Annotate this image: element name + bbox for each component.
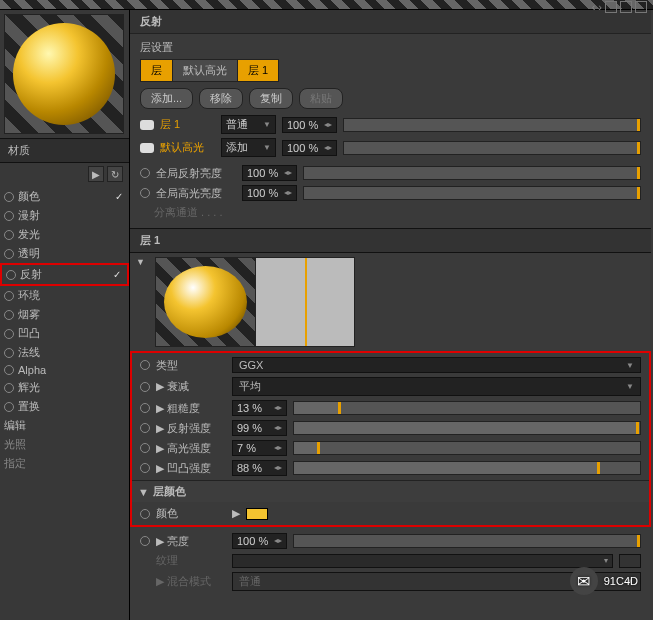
attr-row-置换[interactable]: 置换 [0, 397, 129, 416]
bumpstr-spinner[interactable]: 88 %◂▸ [232, 460, 287, 476]
layer1-header[interactable]: 层 1 [130, 228, 651, 253]
attr-radio[interactable] [4, 365, 14, 375]
copy-button[interactable]: 复制 [249, 88, 293, 109]
attr-row-凹凸[interactable]: 凹凸 [0, 324, 129, 343]
attr-radio[interactable] [4, 291, 14, 301]
reflstr-spinner[interactable]: 99 %◂▸ [232, 420, 287, 436]
expand-icon[interactable]: ▶ [156, 462, 164, 475]
menu-icon[interactable] [635, 1, 647, 13]
reflstr-radio[interactable] [140, 423, 150, 433]
expand-icon[interactable]: ▶ [156, 535, 164, 548]
expand-icon[interactable]: ▶ [156, 402, 164, 415]
lock-icon[interactable] [620, 1, 632, 13]
attr-checkbox[interactable] [113, 290, 125, 302]
attr-row-指定[interactable]: 指定 [0, 454, 129, 473]
attr-checkbox[interactable] [113, 229, 125, 241]
attr-checkbox[interactable] [113, 347, 125, 359]
add-button[interactable]: 添加... [140, 88, 193, 109]
attr-row-辉光[interactable]: 辉光 [0, 378, 129, 397]
pin-icon[interactable] [605, 1, 617, 13]
visibility-icon[interactable] [140, 143, 154, 153]
attr-row-光照[interactable]: 光照 [0, 435, 129, 454]
attr-checkbox[interactable] [113, 364, 125, 376]
attr-checkbox[interactable] [113, 401, 125, 413]
attr-row-法线[interactable]: 法线 [0, 343, 129, 362]
global-slider[interactable] [303, 166, 641, 180]
bumpstr-radio[interactable] [140, 463, 150, 473]
attr-row-颜色[interactable]: 颜色 [0, 187, 129, 206]
specstr-radio[interactable] [140, 443, 150, 453]
atten-radio[interactable] [140, 382, 150, 392]
layer-name[interactable]: 默认高光 [160, 140, 215, 155]
rough-radio[interactable] [140, 403, 150, 413]
attr-radio[interactable] [4, 402, 14, 412]
attr-row-透明[interactable]: 透明 [0, 244, 129, 263]
attr-row-反射[interactable]: 反射 [2, 265, 127, 284]
tab-default-specular[interactable]: 默认高光 [172, 59, 237, 82]
rough-slider[interactable] [293, 401, 641, 415]
attr-checkbox[interactable] [113, 210, 125, 222]
attr-checkbox[interactable] [113, 191, 125, 203]
nav-prev-button[interactable]: ▶ [88, 166, 104, 182]
global-slider[interactable] [303, 186, 641, 200]
attr-radio[interactable] [4, 192, 14, 202]
attr-checkbox[interactable] [113, 328, 125, 340]
texture-slot[interactable] [619, 554, 641, 568]
brightness-slider[interactable] [293, 534, 641, 548]
nav-next-button[interactable]: ↻ [107, 166, 123, 182]
attr-radio[interactable] [4, 310, 14, 320]
attr-radio[interactable] [4, 348, 14, 358]
attr-row-漫射[interactable]: 漫射 [0, 206, 129, 225]
attr-row-Alpha[interactable]: Alpha [0, 362, 129, 378]
paste-button[interactable]: 粘贴 [299, 88, 343, 109]
remove-button[interactable]: 移除 [199, 88, 243, 109]
attr-row-编辑[interactable]: 编辑 [0, 416, 129, 435]
texture-picker[interactable]: ▾ [600, 555, 612, 567]
tab-layer[interactable]: 层 [140, 59, 172, 82]
layer-opacity-spinner[interactable]: 100 %◂▸ [282, 140, 337, 156]
attr-radio[interactable] [4, 211, 14, 221]
specstr-spinner[interactable]: 7 %◂▸ [232, 440, 287, 456]
attr-row-环境[interactable]: 环境 [0, 286, 129, 305]
bumpstr-slider[interactable] [293, 461, 641, 475]
layer-opacity-slider[interactable] [343, 118, 641, 132]
color-swatch[interactable] [246, 508, 268, 520]
specstr-slider[interactable] [293, 441, 641, 455]
type-dropdown[interactable]: GGX▼ [232, 357, 641, 373]
expand-icon[interactable]: ▼ [138, 486, 149, 498]
layer1-twist-icon[interactable]: ▼ [130, 253, 147, 267]
blend-mode-dropdown[interactable]: 普通▼ [221, 115, 276, 134]
blend-mode-dropdown[interactable]: 添加▼ [221, 138, 276, 157]
color-radio[interactable] [140, 509, 150, 519]
type-radio[interactable] [140, 360, 150, 370]
attr-radio[interactable] [4, 329, 14, 339]
global-radio[interactable] [140, 168, 150, 178]
attr-row-烟雾[interactable]: 烟雾 [0, 305, 129, 324]
expand-icon[interactable]: ▶ [232, 507, 240, 520]
expand-icon[interactable]: ▶ [156, 380, 164, 393]
attr-radio[interactable] [4, 249, 14, 259]
attr-row-发光[interactable]: 发光 [0, 225, 129, 244]
attr-checkbox[interactable] [111, 269, 123, 281]
chevron-left-icon[interactable]: ‹ [592, 1, 596, 13]
chevron-right-icon[interactable]: › [598, 1, 602, 13]
tab-layer1[interactable]: 层 1 [237, 59, 279, 82]
rough-spinner[interactable]: 13 %◂▸ [232, 400, 287, 416]
layer-name[interactable]: 层 1 [160, 117, 215, 132]
reflstr-slider[interactable] [293, 421, 641, 435]
layer-opacity-spinner[interactable]: 100 %◂▸ [282, 117, 337, 133]
brightness-radio[interactable] [140, 536, 150, 546]
attr-checkbox[interactable] [113, 382, 125, 394]
attr-radio[interactable] [4, 383, 14, 393]
global-radio[interactable] [140, 188, 150, 198]
attr-radio[interactable] [6, 270, 16, 280]
attr-radio[interactable] [4, 230, 14, 240]
brightness-spinner[interactable]: 100 %◂▸ [232, 533, 287, 549]
visibility-icon[interactable] [140, 120, 154, 130]
attr-checkbox[interactable] [113, 309, 125, 321]
expand-icon[interactable]: ▶ [156, 422, 164, 435]
global-spinner[interactable]: 100 %◂▸ [242, 165, 297, 181]
global-spinner[interactable]: 100 %◂▸ [242, 185, 297, 201]
expand-icon[interactable]: ▶ [156, 442, 164, 455]
atten-dropdown[interactable]: 平均▼ [232, 377, 641, 396]
